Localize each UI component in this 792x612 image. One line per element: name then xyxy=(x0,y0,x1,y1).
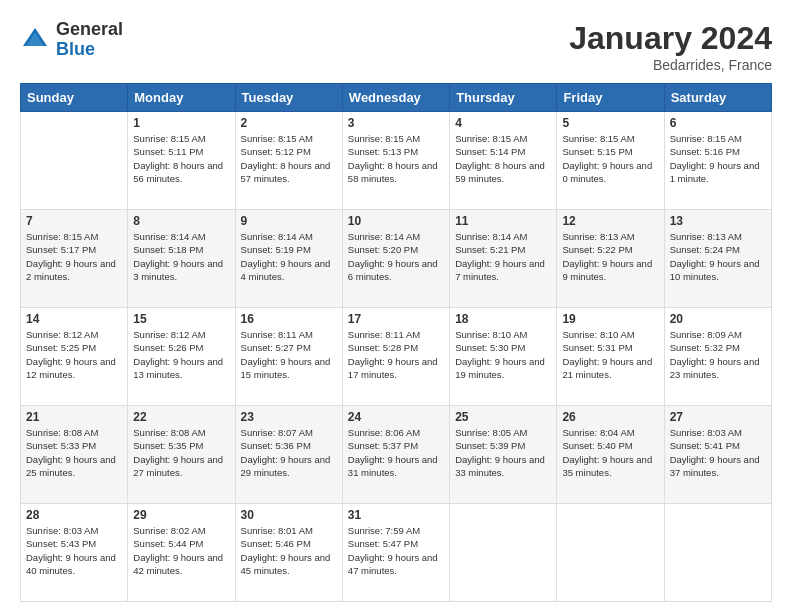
calendar-header-row: Sunday Monday Tuesday Wednesday Thursday… xyxy=(21,84,772,112)
day-info: Sunrise: 8:07 AMSunset: 5:36 PMDaylight:… xyxy=(241,426,337,479)
logo-text: General Blue xyxy=(56,20,123,60)
day-info: Sunrise: 8:14 AMSunset: 5:20 PMDaylight:… xyxy=(348,230,444,283)
logo-icon xyxy=(20,25,50,55)
day-number: 24 xyxy=(348,410,444,424)
day-info: Sunrise: 8:14 AMSunset: 5:19 PMDaylight:… xyxy=(241,230,337,283)
calendar-day-cell: 3Sunrise: 8:15 AMSunset: 5:13 PMDaylight… xyxy=(342,112,449,210)
day-number: 23 xyxy=(241,410,337,424)
day-info: Sunrise: 8:12 AMSunset: 5:26 PMDaylight:… xyxy=(133,328,229,381)
day-info: Sunrise: 8:08 AMSunset: 5:33 PMDaylight:… xyxy=(26,426,122,479)
calendar-day-cell: 21Sunrise: 8:08 AMSunset: 5:33 PMDayligh… xyxy=(21,406,128,504)
calendar-day-cell xyxy=(664,504,771,602)
day-number: 17 xyxy=(348,312,444,326)
calendar-day-cell: 30Sunrise: 8:01 AMSunset: 5:46 PMDayligh… xyxy=(235,504,342,602)
calendar-table: Sunday Monday Tuesday Wednesday Thursday… xyxy=(20,83,772,602)
calendar-day-cell: 13Sunrise: 8:13 AMSunset: 5:24 PMDayligh… xyxy=(664,210,771,308)
day-number: 21 xyxy=(26,410,122,424)
calendar-day-cell: 1Sunrise: 8:15 AMSunset: 5:11 PMDaylight… xyxy=(128,112,235,210)
day-number: 26 xyxy=(562,410,658,424)
header: General Blue January 2024 Bedarrides, Fr… xyxy=(20,20,772,73)
calendar-day-cell: 29Sunrise: 8:02 AMSunset: 5:44 PMDayligh… xyxy=(128,504,235,602)
calendar-day-cell: 18Sunrise: 8:10 AMSunset: 5:30 PMDayligh… xyxy=(450,308,557,406)
calendar-day-cell: 20Sunrise: 8:09 AMSunset: 5:32 PMDayligh… xyxy=(664,308,771,406)
logo-general-text: General xyxy=(56,20,123,40)
header-friday: Friday xyxy=(557,84,664,112)
day-number: 6 xyxy=(670,116,766,130)
calendar-day-cell: 4Sunrise: 8:15 AMSunset: 5:14 PMDaylight… xyxy=(450,112,557,210)
day-number: 10 xyxy=(348,214,444,228)
day-info: Sunrise: 8:14 AMSunset: 5:21 PMDaylight:… xyxy=(455,230,551,283)
calendar-day-cell: 11Sunrise: 8:14 AMSunset: 5:21 PMDayligh… xyxy=(450,210,557,308)
logo-blue-text: Blue xyxy=(56,40,123,60)
month-title: January 2024 xyxy=(569,20,772,57)
calendar-day-cell: 28Sunrise: 8:03 AMSunset: 5:43 PMDayligh… xyxy=(21,504,128,602)
calendar-day-cell: 23Sunrise: 8:07 AMSunset: 5:36 PMDayligh… xyxy=(235,406,342,504)
day-info: Sunrise: 8:15 AMSunset: 5:17 PMDaylight:… xyxy=(26,230,122,283)
day-number: 4 xyxy=(455,116,551,130)
header-sunday: Sunday xyxy=(21,84,128,112)
day-number: 3 xyxy=(348,116,444,130)
calendar-day-cell xyxy=(450,504,557,602)
header-wednesday: Wednesday xyxy=(342,84,449,112)
day-info: Sunrise: 8:08 AMSunset: 5:35 PMDaylight:… xyxy=(133,426,229,479)
day-info: Sunrise: 8:10 AMSunset: 5:30 PMDaylight:… xyxy=(455,328,551,381)
day-info: Sunrise: 7:59 AMSunset: 5:47 PMDaylight:… xyxy=(348,524,444,577)
day-number: 14 xyxy=(26,312,122,326)
day-info: Sunrise: 8:15 AMSunset: 5:13 PMDaylight:… xyxy=(348,132,444,185)
day-info: Sunrise: 8:14 AMSunset: 5:18 PMDaylight:… xyxy=(133,230,229,283)
day-number: 5 xyxy=(562,116,658,130)
day-info: Sunrise: 8:11 AMSunset: 5:27 PMDaylight:… xyxy=(241,328,337,381)
logo: General Blue xyxy=(20,20,123,60)
day-number: 13 xyxy=(670,214,766,228)
day-info: Sunrise: 8:03 AMSunset: 5:41 PMDaylight:… xyxy=(670,426,766,479)
day-number: 27 xyxy=(670,410,766,424)
calendar-week-row: 28Sunrise: 8:03 AMSunset: 5:43 PMDayligh… xyxy=(21,504,772,602)
day-number: 25 xyxy=(455,410,551,424)
day-info: Sunrise: 8:05 AMSunset: 5:39 PMDaylight:… xyxy=(455,426,551,479)
day-info: Sunrise: 8:15 AMSunset: 5:14 PMDaylight:… xyxy=(455,132,551,185)
day-number: 16 xyxy=(241,312,337,326)
calendar-day-cell: 2Sunrise: 8:15 AMSunset: 5:12 PMDaylight… xyxy=(235,112,342,210)
day-info: Sunrise: 8:02 AMSunset: 5:44 PMDaylight:… xyxy=(133,524,229,577)
day-number: 2 xyxy=(241,116,337,130)
day-info: Sunrise: 8:01 AMSunset: 5:46 PMDaylight:… xyxy=(241,524,337,577)
day-info: Sunrise: 8:10 AMSunset: 5:31 PMDaylight:… xyxy=(562,328,658,381)
calendar-day-cell: 6Sunrise: 8:15 AMSunset: 5:16 PMDaylight… xyxy=(664,112,771,210)
day-number: 28 xyxy=(26,508,122,522)
day-number: 7 xyxy=(26,214,122,228)
header-saturday: Saturday xyxy=(664,84,771,112)
day-info: Sunrise: 8:15 AMSunset: 5:12 PMDaylight:… xyxy=(241,132,337,185)
title-area: January 2024 Bedarrides, France xyxy=(569,20,772,73)
calendar-day-cell: 17Sunrise: 8:11 AMSunset: 5:28 PMDayligh… xyxy=(342,308,449,406)
calendar-day-cell: 12Sunrise: 8:13 AMSunset: 5:22 PMDayligh… xyxy=(557,210,664,308)
day-info: Sunrise: 8:15 AMSunset: 5:16 PMDaylight:… xyxy=(670,132,766,185)
day-number: 20 xyxy=(670,312,766,326)
day-number: 18 xyxy=(455,312,551,326)
calendar-day-cell: 19Sunrise: 8:10 AMSunset: 5:31 PMDayligh… xyxy=(557,308,664,406)
day-info: Sunrise: 8:04 AMSunset: 5:40 PMDaylight:… xyxy=(562,426,658,479)
calendar-day-cell: 10Sunrise: 8:14 AMSunset: 5:20 PMDayligh… xyxy=(342,210,449,308)
calendar-day-cell: 24Sunrise: 8:06 AMSunset: 5:37 PMDayligh… xyxy=(342,406,449,504)
calendar-day-cell: 7Sunrise: 8:15 AMSunset: 5:17 PMDaylight… xyxy=(21,210,128,308)
location: Bedarrides, France xyxy=(569,57,772,73)
header-tuesday: Tuesday xyxy=(235,84,342,112)
day-info: Sunrise: 8:11 AMSunset: 5:28 PMDaylight:… xyxy=(348,328,444,381)
day-number: 22 xyxy=(133,410,229,424)
calendar-day-cell xyxy=(21,112,128,210)
day-number: 9 xyxy=(241,214,337,228)
calendar-day-cell: 8Sunrise: 8:14 AMSunset: 5:18 PMDaylight… xyxy=(128,210,235,308)
day-number: 30 xyxy=(241,508,337,522)
calendar-day-cell: 22Sunrise: 8:08 AMSunset: 5:35 PMDayligh… xyxy=(128,406,235,504)
calendar-week-row: 21Sunrise: 8:08 AMSunset: 5:33 PMDayligh… xyxy=(21,406,772,504)
day-info: Sunrise: 8:12 AMSunset: 5:25 PMDaylight:… xyxy=(26,328,122,381)
calendar-day-cell: 26Sunrise: 8:04 AMSunset: 5:40 PMDayligh… xyxy=(557,406,664,504)
day-number: 11 xyxy=(455,214,551,228)
calendar-week-row: 7Sunrise: 8:15 AMSunset: 5:17 PMDaylight… xyxy=(21,210,772,308)
day-number: 8 xyxy=(133,214,229,228)
day-number: 1 xyxy=(133,116,229,130)
day-info: Sunrise: 8:13 AMSunset: 5:22 PMDaylight:… xyxy=(562,230,658,283)
day-number: 15 xyxy=(133,312,229,326)
calendar-day-cell: 15Sunrise: 8:12 AMSunset: 5:26 PMDayligh… xyxy=(128,308,235,406)
calendar-day-cell: 16Sunrise: 8:11 AMSunset: 5:27 PMDayligh… xyxy=(235,308,342,406)
header-thursday: Thursday xyxy=(450,84,557,112)
